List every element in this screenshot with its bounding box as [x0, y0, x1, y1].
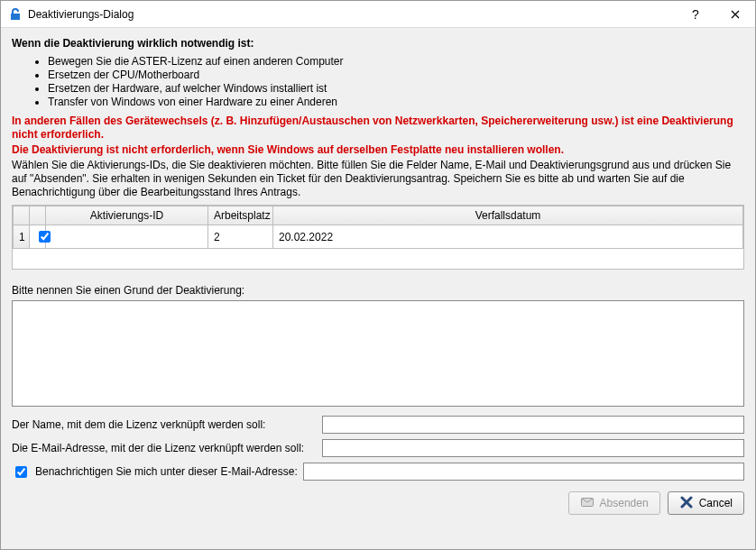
- form-rows: Der Name, mit dem die Lizenz verknüpft w…: [12, 416, 744, 486]
- reason-label: Bitte nennen Sie einen Grund der Deaktiv…: [12, 284, 744, 297]
- table-row[interactable]: 1 2 20.02.2022: [14, 225, 743, 249]
- email-input[interactable]: [322, 439, 744, 457]
- bullet-item: Ersetzen der Hardware, auf welcher Windo…: [48, 82, 744, 96]
- cancel-button-label: Cancel: [699, 497, 733, 509]
- titlebar: Deaktivierungs-Dialog ?: [1, 1, 755, 28]
- bullet-item: Transfer von Windows von einer Hardware …: [48, 96, 744, 109]
- dialog-content: Wenn die Deaktivierung wirklich notwendi…: [1, 28, 755, 549]
- submit-button-label: Absenden: [600, 497, 649, 509]
- cancel-icon: [679, 495, 694, 512]
- row-number: 1: [14, 225, 30, 249]
- cell-workplace: 2: [208, 225, 273, 249]
- row-checkbox-cell: [30, 225, 46, 249]
- lock-icon: [8, 7, 23, 22]
- activation-table: Aktivierungs-ID Arbeitsplatz Verfallsdat…: [12, 205, 744, 270]
- instructions-text: Wählen Sie die Aktivierungs-IDs, die Sie…: [12, 159, 744, 199]
- bullet-item: Ersetzen der CPU/Motherboard: [48, 69, 744, 82]
- bullet-list: Bewegen Sie die ASTER-Lizenz auf einen a…: [12, 55, 744, 109]
- help-button[interactable]: ?: [676, 1, 715, 28]
- table-header-expiry[interactable]: Verfallsdatum: [273, 206, 743, 225]
- warning-text-2: Die Deaktivierung ist nicht erforderlich…: [12, 143, 744, 157]
- close-button[interactable]: [715, 1, 755, 28]
- name-input[interactable]: [322, 416, 744, 434]
- notify-email-input[interactable]: [303, 463, 744, 481]
- row-select-checkbox[interactable]: [39, 231, 51, 243]
- heading: Wenn die Deaktivierung wirklich notwendi…: [12, 37, 744, 50]
- email-row: Die E-Mail-Adresse, mit der die Lizenz v…: [12, 439, 744, 457]
- button-bar: Absenden Cancel: [12, 491, 744, 515]
- notify-checkbox[interactable]: [15, 466, 27, 478]
- table-header-workplace[interactable]: Arbeitsplatz: [208, 206, 273, 225]
- dialog-window: Deaktivierungs-Dialog ? Wenn die Deaktiv…: [0, 0, 756, 550]
- warning-text-1: In anderen Fällen des Gerätewechsels (z.…: [12, 115, 744, 142]
- cell-expiry: 20.02.2022: [273, 225, 743, 249]
- name-label: Der Name, mit dem die Lizenz verknüpft w…: [12, 418, 317, 431]
- mail-icon: [580, 495, 595, 512]
- cell-activation-id: [46, 225, 208, 249]
- window-title: Deaktivierungs-Dialog: [28, 8, 676, 21]
- table-header-blank: [14, 206, 30, 225]
- table-header-blank: [30, 206, 46, 225]
- name-row: Der Name, mit dem die Lizenz verknüpft w…: [12, 416, 744, 434]
- reason-textarea[interactable]: [12, 300, 744, 407]
- bullet-item: Bewegen Sie die ASTER-Lizenz auf einen a…: [48, 55, 744, 69]
- notify-row: Benachrichtigen Sie mich unter dieser E-…: [12, 463, 744, 481]
- email-label: Die E-Mail-Adresse, mit der die Lizenz v…: [12, 442, 317, 454]
- submit-button[interactable]: Absenden: [568, 491, 660, 515]
- table-header-activation-id[interactable]: Aktivierungs-ID: [46, 206, 208, 225]
- notify-label: Benachrichtigen Sie mich unter dieser E-…: [35, 465, 298, 478]
- table-header-row: Aktivierungs-ID Arbeitsplatz Verfallsdat…: [14, 206, 743, 225]
- cancel-button[interactable]: Cancel: [668, 491, 744, 515]
